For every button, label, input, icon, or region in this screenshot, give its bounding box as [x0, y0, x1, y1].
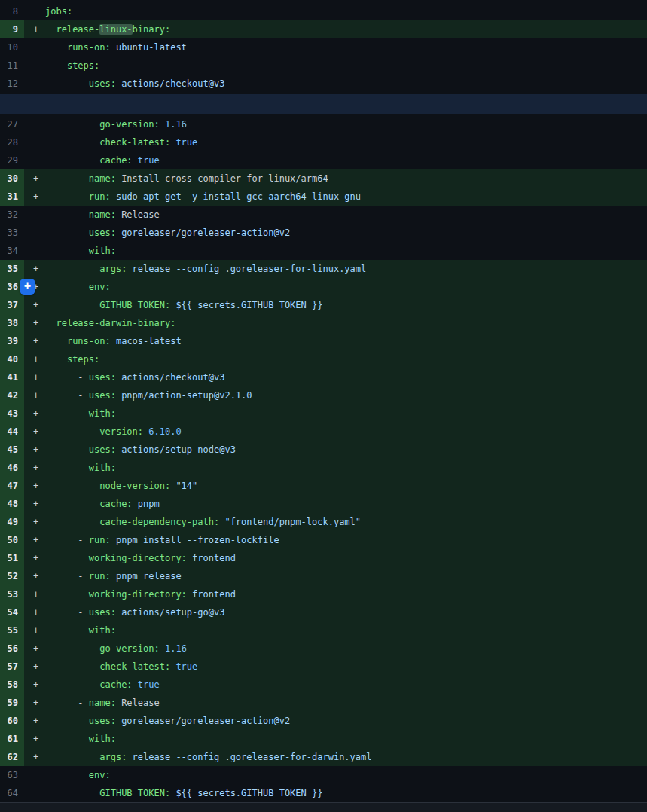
line-number[interactable]: 40	[0, 350, 24, 368]
line-number[interactable]: 9	[0, 20, 24, 38]
added-line-marker: +	[24, 603, 45, 621]
line-number[interactable]: 34	[0, 242, 24, 260]
line-number[interactable]: 51	[0, 549, 24, 567]
code-token: with:	[89, 734, 116, 744]
added-line-marker: +	[24, 513, 45, 531]
code-token: actions/checkout@v3	[116, 78, 225, 89]
code-token	[45, 300, 99, 310]
line-number[interactable]: 8	[0, 2, 24, 20]
line-number[interactable]: 35	[0, 260, 24, 278]
context-line-marker	[24, 2, 45, 20]
line-number[interactable]: 27	[0, 115, 24, 133]
code-token: uses:	[89, 372, 116, 383]
line-number[interactable]: 59	[0, 694, 24, 712]
line-number[interactable]: 48	[0, 495, 24, 513]
code-token: uses:	[89, 716, 116, 726]
add-comment-button[interactable]: +	[20, 279, 35, 295]
line-number[interactable]: 28	[0, 133, 24, 151]
diff-row: 41+ - uses: actions/checkout@v3	[0, 368, 647, 386]
diff-row: 61+ with:	[0, 730, 647, 748]
line-number[interactable]: 43	[0, 404, 24, 423]
diff-row: 28 check-latest: true	[0, 133, 647, 151]
line-number[interactable]: 64	[0, 784, 24, 802]
line-number[interactable]: 29	[0, 151, 24, 169]
diff-row: 32 - name: Release	[0, 206, 647, 224]
code-line: go-version: 1.16	[45, 640, 647, 658]
line-number[interactable]: 60	[0, 712, 24, 730]
expand-hidden-lines-band[interactable]	[0, 94, 647, 114]
added-line-marker: +	[24, 20, 45, 38]
code-token: -	[45, 444, 89, 455]
added-line-marker: +	[24, 621, 45, 640]
code-token: name:	[89, 209, 116, 220]
line-number[interactable]: 47	[0, 477, 24, 495]
code-line: cache: true	[45, 151, 647, 169]
line-number[interactable]: 63	[0, 766, 24, 784]
added-line-marker: +	[24, 495, 45, 513]
code-token: env:	[89, 770, 111, 780]
code-token: run:	[89, 191, 111, 202]
line-number[interactable]: 44	[0, 423, 24, 441]
diff-row: 54+ - uses: actions/setup-go@v3	[0, 603, 647, 621]
code-token: uses:	[89, 444, 116, 455]
line-number[interactable]: 50	[0, 531, 24, 549]
line-number[interactable]: 42	[0, 386, 24, 404]
code-token: run:	[89, 571, 111, 582]
code-token: check-latest:	[99, 137, 170, 148]
line-number[interactable]: 32	[0, 206, 24, 224]
code-token: jobs:	[45, 6, 72, 17]
code-token: goreleaser/goreleaser-action@v2	[116, 716, 290, 726]
diff-row: 53+ working-directory: frontend	[0, 585, 647, 603]
line-number[interactable]: 54	[0, 603, 24, 621]
line-number[interactable]: 37	[0, 296, 24, 314]
code-token	[45, 42, 67, 53]
line-number[interactable]: 56	[0, 640, 24, 658]
code-token: name:	[89, 698, 116, 708]
code-token	[45, 499, 99, 509]
added-line-marker: +	[24, 441, 45, 459]
line-number[interactable]: 58	[0, 676, 24, 694]
diff-viewer: 8jobs:9+ release-linux-binary:10 runs-on…	[0, 0, 647, 812]
line-number[interactable]: 39	[0, 332, 24, 350]
line-number[interactable]: 46	[0, 459, 24, 477]
code-token: 1.16	[160, 643, 187, 654]
code-line: release-darwin-binary:	[45, 314, 647, 332]
line-number[interactable]: 53	[0, 585, 24, 603]
code-token: args:	[99, 264, 127, 274]
code-token: pnpm	[133, 499, 160, 509]
line-number[interactable]: 31	[0, 188, 24, 206]
line-number[interactable]: 12	[0, 75, 24, 93]
code-token: actions/setup-go@v3	[116, 607, 225, 618]
line-number[interactable]: 10	[0, 38, 24, 56]
line-number[interactable]: 45	[0, 441, 24, 459]
line-number[interactable]: 52	[0, 567, 24, 585]
line-number[interactable]: 41	[0, 368, 24, 386]
code-token: actions/setup-node@v3	[116, 444, 236, 455]
line-number[interactable]: 33	[0, 224, 24, 242]
code-line: with:	[45, 621, 647, 640]
code-token	[45, 246, 89, 256]
code-token: -	[45, 607, 89, 618]
context-line-marker	[24, 784, 45, 802]
code-token	[45, 517, 99, 527]
added-line-marker: +	[24, 260, 45, 278]
code-token: "14"	[170, 481, 197, 491]
code-line: working-directory: frontend	[45, 585, 647, 603]
line-number[interactable]: 11	[0, 56, 24, 75]
added-line-marker: +	[24, 296, 45, 314]
code-token: with:	[89, 246, 116, 256]
code-token: with:	[89, 462, 116, 473]
code-token	[45, 462, 89, 473]
line-number[interactable]: 57	[0, 658, 24, 676]
line-number[interactable]: 49	[0, 513, 24, 531]
code-token	[45, 752, 99, 762]
code-line: node-version: "14"	[45, 477, 647, 495]
line-number[interactable]: 61	[0, 730, 24, 748]
line-number[interactable]: 62	[0, 748, 24, 766]
line-number[interactable]: 38	[0, 314, 24, 332]
code-token	[45, 661, 99, 672]
line-number[interactable]: 55	[0, 621, 24, 640]
code-token	[45, 119, 99, 130]
code-token	[45, 553, 89, 563]
line-number[interactable]: 30	[0, 169, 24, 188]
